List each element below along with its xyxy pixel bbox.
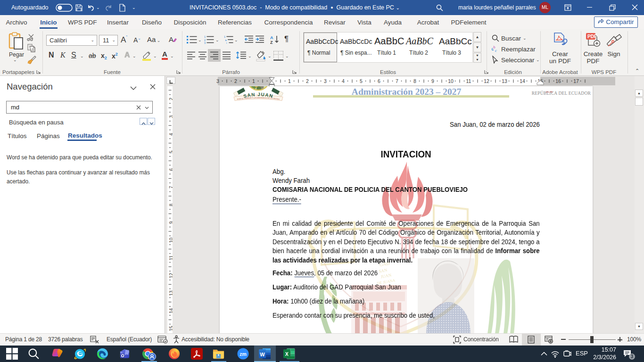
svg-text:3: 3	[324, 78, 327, 84]
svg-text:1: 1	[224, 35, 225, 38]
svg-text:c: c	[495, 48, 497, 53]
svg-text:11: 11	[466, 78, 471, 84]
svg-text:A: A	[270, 35, 273, 40]
svg-text:a: a	[225, 39, 227, 41]
svg-text:zm: zm	[239, 351, 247, 357]
svg-text:7: 7	[169, 186, 173, 189]
svg-text:16: 16	[555, 78, 561, 84]
svg-text:3: 3	[216, 78, 219, 84]
svg-text:4: 4	[169, 133, 173, 136]
svg-text:1: 1	[288, 78, 291, 84]
svg-text:2: 2	[234, 78, 237, 84]
svg-text:14: 14	[520, 78, 525, 84]
svg-text:15: 15	[169, 326, 173, 331]
svg-text:11: 11	[169, 255, 173, 260]
svg-text:1: 1	[252, 78, 255, 84]
svg-text:14: 14	[169, 308, 173, 314]
svg-text:5: 5	[169, 150, 173, 153]
svg-text:13: 13	[502, 78, 507, 84]
svg-text:X: X	[285, 351, 289, 357]
svg-text:i: i	[226, 41, 227, 44]
svg-text:17: 17	[573, 78, 579, 84]
svg-text:2: 2	[169, 98, 173, 100]
svg-text:12: 12	[484, 78, 489, 84]
svg-text:2: 2	[306, 78, 309, 84]
svg-text:7: 7	[396, 78, 398, 84]
svg-text:3: 3	[169, 115, 173, 118]
svg-text:12: 12	[169, 273, 173, 279]
svg-text:8: 8	[413, 78, 416, 84]
svg-text:3: 3	[204, 41, 206, 44]
svg-text:1: 1	[204, 35, 206, 38]
svg-text:6: 6	[378, 78, 380, 84]
svg-text:9: 9	[431, 78, 434, 84]
svg-text:10: 10	[448, 78, 454, 84]
svg-text:4: 4	[342, 78, 345, 84]
svg-text:9: 9	[169, 221, 173, 224]
svg-text:6: 6	[169, 168, 173, 171]
svg-text:10: 10	[169, 238, 173, 243]
svg-text:Z: Z	[270, 40, 273, 44]
svg-text:8: 8	[169, 204, 173, 206]
svg-text:5: 5	[360, 78, 363, 84]
svg-text:2: 2	[204, 39, 206, 41]
svg-text:PDF: PDF	[587, 34, 597, 39]
svg-text:W: W	[260, 352, 265, 357]
svg-text:13: 13	[169, 290, 173, 296]
